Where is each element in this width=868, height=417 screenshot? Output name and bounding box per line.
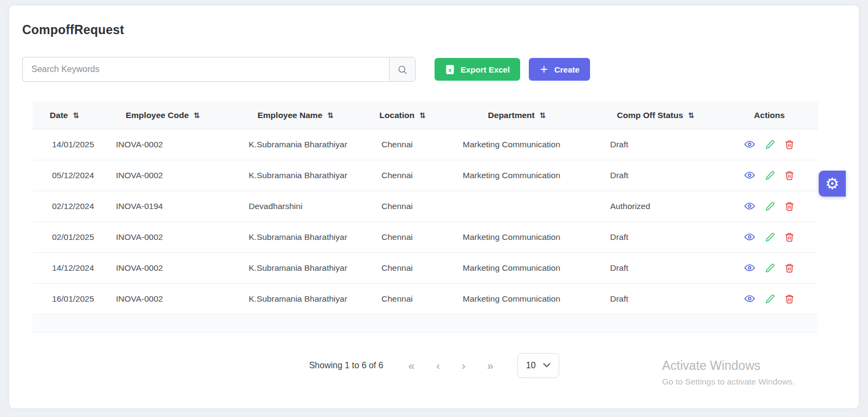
cell-location: Chennai [362,221,443,252]
sort-icon[interactable]: ⇅ [688,111,695,120]
pencil-icon [765,201,775,211]
column-label: Employee Code [126,110,189,120]
table-body: 14/01/2025 INOVA-0002 K.Subramania Bhara… [33,129,818,314]
eye-icon [744,263,755,273]
cell-location: Chennai [362,252,443,283]
edit-button[interactable] [764,293,776,305]
cell-department: Marketing Communication [443,160,591,191]
sort-icon[interactable]: ⇅ [73,111,79,120]
view-button[interactable] [743,169,756,181]
table-footer-strip [33,315,818,333]
cell-location: Chennai [362,283,443,314]
cell-date: 14/12/2024 [33,252,96,283]
sort-icon[interactable]: ⇅ [419,111,426,120]
cell-employee-name: K.Subramania Bharathiyar [229,283,362,314]
cell-department [443,191,591,221]
edit-button[interactable] [764,231,776,243]
export-excel-button[interactable]: x Export Excel [435,58,520,81]
eye-icon [744,170,755,180]
pager-controls: « ‹ › » [397,357,504,373]
sort-icon[interactable]: ⇅ [540,111,546,120]
cell-actions [721,283,818,314]
edit-button[interactable] [764,139,776,151]
column-header-employee-name[interactable]: Employee Name⇅ [229,102,362,129]
edit-button[interactable] [764,200,776,212]
view-button[interactable] [743,292,756,305]
create-label: Create [554,65,580,74]
pencil-icon [765,263,775,273]
trash-icon [785,171,794,180]
cell-actions [721,129,818,160]
previous-page-button[interactable]: ‹ [425,357,451,373]
table-header-row: Date⇅ Employee Code⇅ Employee Name⇅ Loca… [33,102,818,129]
search-input[interactable] [22,57,389,82]
compoff-table: Date⇅ Employee Code⇅ Employee Name⇅ Loca… [33,102,818,315]
trash-icon [785,140,794,149]
cell-status: Authorized [591,191,721,221]
cell-date: 16/01/2025 [33,283,96,314]
column-header-actions: Actions [721,102,818,129]
cell-location: Chennai [362,129,443,160]
page-title: CompoffRequest [22,23,846,37]
first-page-button[interactable]: « [397,357,425,373]
cell-actions [721,221,818,252]
pencil-icon [765,294,775,304]
cell-date: 05/12/2024 [33,160,96,191]
view-button[interactable] [743,200,756,212]
edit-button[interactable] [764,170,776,181]
delete-button[interactable] [783,200,795,212]
delete-button[interactable] [783,262,795,274]
table-row: 14/01/2025 INOVA-0002 K.Subramania Bhara… [33,129,818,160]
cell-actions [721,252,818,283]
column-header-date[interactable]: Date⇅ [33,102,96,129]
page-size-select[interactable]: 10 [517,353,559,378]
sort-icon[interactable]: ⇅ [327,111,334,120]
next-page-button[interactable]: › [451,357,476,373]
page: CompoffRequest x Export Excel [0,0,868,417]
edit-button[interactable] [764,262,776,274]
last-page-button[interactable]: » [476,357,504,373]
cell-employee-code: INOVA-0002 [96,221,229,252]
search-button[interactable] [389,57,416,82]
create-button[interactable]: Create [529,58,590,81]
plus-icon [539,64,549,74]
sort-icon[interactable]: ⇅ [193,111,200,120]
cell-department: Marketing Communication [443,221,591,252]
column-header-department[interactable]: Department⇅ [443,102,591,129]
table-row: 02/12/2024 INOVA-0194 Devadharshini Chen… [33,191,818,221]
delete-button[interactable] [783,170,795,181]
column-header-employee-code[interactable]: Employee Code⇅ [96,102,229,129]
delete-button[interactable] [783,139,795,151]
cell-location: Chennai [362,160,443,191]
search-group [22,57,416,82]
settings-fab-button[interactable]: ⚙ [819,171,846,197]
cell-status: Draft [591,160,721,191]
column-header-comp-off-status[interactable]: Comp Off Status⇅ [591,102,721,129]
cell-employee-code: INOVA-0002 [96,252,229,283]
cell-status: Draft [591,221,721,252]
view-button[interactable] [743,138,756,151]
delete-button[interactable] [783,293,795,305]
view-button[interactable] [743,262,756,274]
cell-employee-name: K.Subramania Bharathiyar [229,129,362,160]
column-label: Employee Name [257,110,322,120]
cell-employee-code: INOVA-0002 [96,160,229,191]
column-label: Location [379,110,414,120]
column-label: Actions [754,110,785,120]
table-row: 16/01/2025 INOVA-0002 K.Subramania Bhara… [33,283,818,314]
cell-location: Chennai [362,191,443,221]
eye-icon [744,139,755,149]
cell-employee-code: INOVA-0002 [96,129,229,160]
page-size-value: 10 [526,361,536,370]
cell-employee-code: INOVA-0002 [96,283,229,314]
trash-icon [785,201,794,211]
cell-status: Draft [591,283,721,314]
cell-date: 02/12/2024 [33,191,96,221]
delete-button[interactable] [783,231,795,243]
cell-employee-code: INOVA-0194 [96,191,229,221]
column-label: Date [50,110,68,120]
column-header-location[interactable]: Location⇅ [362,102,443,129]
pagination: Showing 1 to 6 of 6 « ‹ › » 10 [22,353,846,378]
table-row: 05/12/2024 INOVA-0002 K.Subramania Bhara… [33,160,818,191]
view-button[interactable] [743,231,756,243]
